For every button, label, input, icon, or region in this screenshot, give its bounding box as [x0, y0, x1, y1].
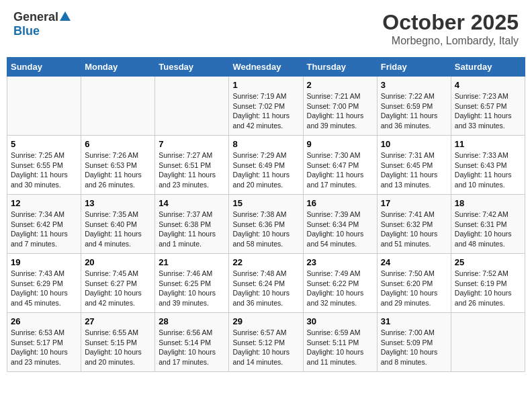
calendar-week-2: 5Sunrise: 7:25 AM Sunset: 6:55 PM Daylig…: [7, 136, 525, 195]
day-info: Sunrise: 7:19 AM Sunset: 7:02 PM Dayligh…: [232, 91, 299, 131]
calendar-week-4: 19Sunrise: 7:43 AM Sunset: 6:29 PM Dayli…: [7, 254, 525, 313]
calendar-cell: 12Sunrise: 7:34 AM Sunset: 6:42 PM Dayli…: [7, 195, 81, 254]
calendar-cell: 17Sunrise: 7:41 AM Sunset: 6:32 PM Dayli…: [377, 195, 451, 254]
day-number: 14: [159, 198, 225, 208]
day-number: 3: [381, 80, 447, 90]
day-info: Sunrise: 7:50 AM Sunset: 6:20 PM Dayligh…: [381, 269, 447, 308]
logo-blue-text: Blue: [13, 24, 40, 38]
calendar-cell: 9Sunrise: 7:30 AM Sunset: 6:47 PM Daylig…: [303, 136, 377, 195]
month-title: October 2025: [382, 10, 519, 35]
calendar-cell: 27Sunrise: 6:55 AM Sunset: 5:15 PM Dayli…: [81, 313, 155, 372]
day-number: 9: [307, 139, 373, 149]
page-header: General Blue October 2025 Morbegno, Lomb…: [7, 7, 525, 50]
header-wednesday: Wednesday: [229, 58, 303, 77]
header-friday: Friday: [377, 58, 451, 77]
day-number: 13: [85, 198, 151, 208]
calendar-cell: 3Sunrise: 7:22 AM Sunset: 6:59 PM Daylig…: [377, 77, 451, 136]
calendar-cell: 18Sunrise: 7:42 AM Sunset: 6:31 PM Dayli…: [451, 195, 525, 254]
day-info: Sunrise: 7:30 AM Sunset: 6:47 PM Dayligh…: [307, 150, 373, 190]
day-number: 17: [381, 198, 447, 208]
logo-triangle-icon: [60, 11, 71, 24]
day-number: 31: [381, 316, 447, 326]
day-number: 30: [307, 316, 373, 326]
day-number: 21: [159, 257, 225, 267]
day-info: Sunrise: 7:37 AM Sunset: 6:38 PM Dayligh…: [159, 210, 225, 249]
day-info: Sunrise: 7:35 AM Sunset: 6:40 PM Dayligh…: [85, 210, 151, 249]
calendar-cell: 24Sunrise: 7:50 AM Sunset: 6:20 PM Dayli…: [377, 254, 451, 313]
day-info: Sunrise: 7:23 AM Sunset: 6:57 PM Dayligh…: [455, 91, 521, 131]
calendar-cell: 25Sunrise: 7:52 AM Sunset: 6:19 PM Dayli…: [451, 254, 525, 313]
calendar-cell: 22Sunrise: 7:48 AM Sunset: 6:24 PM Dayli…: [229, 254, 303, 313]
day-number: 19: [11, 257, 77, 267]
day-info: Sunrise: 7:31 AM Sunset: 6:45 PM Dayligh…: [381, 150, 447, 190]
day-number: 26: [11, 316, 77, 326]
calendar-cell: 28Sunrise: 6:56 AM Sunset: 5:14 PM Dayli…: [155, 313, 229, 372]
calendar-week-3: 12Sunrise: 7:34 AM Sunset: 6:42 PM Dayli…: [7, 195, 525, 254]
calendar-cell: 2Sunrise: 7:21 AM Sunset: 7:00 PM Daylig…: [303, 77, 377, 136]
day-number: 29: [232, 316, 299, 326]
calendar-cell: 29Sunrise: 6:57 AM Sunset: 5:12 PM Dayli…: [229, 313, 303, 372]
day-number: 16: [307, 198, 373, 208]
day-number: 1: [232, 80, 299, 90]
day-info: Sunrise: 7:41 AM Sunset: 6:32 PM Dayligh…: [381, 210, 447, 249]
day-number: 4: [455, 80, 521, 90]
day-number: 11: [455, 139, 521, 149]
calendar-cell: [451, 313, 525, 372]
day-info: Sunrise: 7:48 AM Sunset: 6:24 PM Dayligh…: [232, 269, 299, 308]
calendar-header-row: SundayMondayTuesdayWednesdayThursdayFrid…: [7, 58, 525, 77]
calendar-cell: 13Sunrise: 7:35 AM Sunset: 6:40 PM Dayli…: [81, 195, 155, 254]
day-info: Sunrise: 6:57 AM Sunset: 5:12 PM Dayligh…: [232, 328, 299, 367]
day-info: Sunrise: 7:26 AM Sunset: 6:53 PM Dayligh…: [85, 150, 151, 190]
day-number: 25: [455, 257, 521, 267]
calendar-cell: [155, 77, 229, 136]
day-info: Sunrise: 7:21 AM Sunset: 7:00 PM Dayligh…: [307, 91, 373, 131]
calendar-cell: 16Sunrise: 7:39 AM Sunset: 6:34 PM Dayli…: [303, 195, 377, 254]
header-saturday: Saturday: [451, 58, 525, 77]
day-number: 5: [11, 139, 77, 149]
day-info: Sunrise: 7:42 AM Sunset: 6:31 PM Dayligh…: [455, 210, 521, 249]
calendar-cell: 30Sunrise: 6:59 AM Sunset: 5:11 PM Dayli…: [303, 313, 377, 372]
day-number: 20: [85, 257, 151, 267]
day-number: 7: [159, 139, 225, 149]
day-number: 8: [232, 139, 299, 149]
calendar-cell: 21Sunrise: 7:46 AM Sunset: 6:25 PM Dayli…: [155, 254, 229, 313]
day-info: Sunrise: 7:49 AM Sunset: 6:22 PM Dayligh…: [307, 269, 373, 308]
header-thursday: Thursday: [303, 58, 377, 77]
day-number: 28: [159, 316, 225, 326]
calendar-week-5: 26Sunrise: 6:53 AM Sunset: 5:17 PM Dayli…: [7, 313, 525, 372]
calendar-cell: 15Sunrise: 7:38 AM Sunset: 6:36 PM Dayli…: [229, 195, 303, 254]
calendar-cell: [81, 77, 155, 136]
day-info: Sunrise: 7:39 AM Sunset: 6:34 PM Dayligh…: [307, 210, 373, 249]
calendar-cell: 5Sunrise: 7:25 AM Sunset: 6:55 PM Daylig…: [7, 136, 81, 195]
day-number: 10: [381, 139, 447, 149]
location-title: Morbegno, Lombardy, Italy: [382, 35, 519, 47]
day-info: Sunrise: 7:27 AM Sunset: 6:51 PM Dayligh…: [159, 150, 225, 190]
day-number: 15: [232, 198, 299, 208]
header-sunday: Sunday: [7, 58, 81, 77]
logo: General Blue: [13, 10, 71, 38]
calendar-cell: 23Sunrise: 7:49 AM Sunset: 6:22 PM Dayli…: [303, 254, 377, 313]
calendar-cell: 6Sunrise: 7:26 AM Sunset: 6:53 PM Daylig…: [81, 136, 155, 195]
day-info: Sunrise: 7:46 AM Sunset: 6:25 PM Dayligh…: [159, 269, 225, 308]
day-number: 6: [85, 139, 151, 149]
calendar-cell: 1Sunrise: 7:19 AM Sunset: 7:02 PM Daylig…: [229, 77, 303, 136]
day-number: 22: [232, 257, 299, 267]
day-number: 2: [307, 80, 373, 90]
calendar-cell: 20Sunrise: 7:45 AM Sunset: 6:27 PM Dayli…: [81, 254, 155, 313]
day-number: 27: [85, 316, 151, 326]
calendar-cell: 19Sunrise: 7:43 AM Sunset: 6:29 PM Dayli…: [7, 254, 81, 313]
day-info: Sunrise: 7:22 AM Sunset: 6:59 PM Dayligh…: [381, 91, 447, 131]
calendar-cell: 11Sunrise: 7:33 AM Sunset: 6:43 PM Dayli…: [451, 136, 525, 195]
title-block: October 2025 Morbegno, Lombardy, Italy: [382, 10, 519, 47]
calendar-cell: [7, 77, 81, 136]
day-info: Sunrise: 6:56 AM Sunset: 5:14 PM Dayligh…: [159, 328, 225, 367]
calendar-cell: 10Sunrise: 7:31 AM Sunset: 6:45 PM Dayli…: [377, 136, 451, 195]
svg-marker-0: [60, 11, 71, 21]
calendar-cell: 14Sunrise: 7:37 AM Sunset: 6:38 PM Dayli…: [155, 195, 229, 254]
day-info: Sunrise: 7:25 AM Sunset: 6:55 PM Dayligh…: [11, 150, 77, 190]
day-number: 12: [11, 198, 77, 208]
calendar-cell: 4Sunrise: 7:23 AM Sunset: 6:57 PM Daylig…: [451, 77, 525, 136]
calendar-cell: 31Sunrise: 7:00 AM Sunset: 5:09 PM Dayli…: [377, 313, 451, 372]
day-info: Sunrise: 7:52 AM Sunset: 6:19 PM Dayligh…: [455, 269, 521, 308]
day-info: Sunrise: 7:33 AM Sunset: 6:43 PM Dayligh…: [455, 150, 521, 190]
